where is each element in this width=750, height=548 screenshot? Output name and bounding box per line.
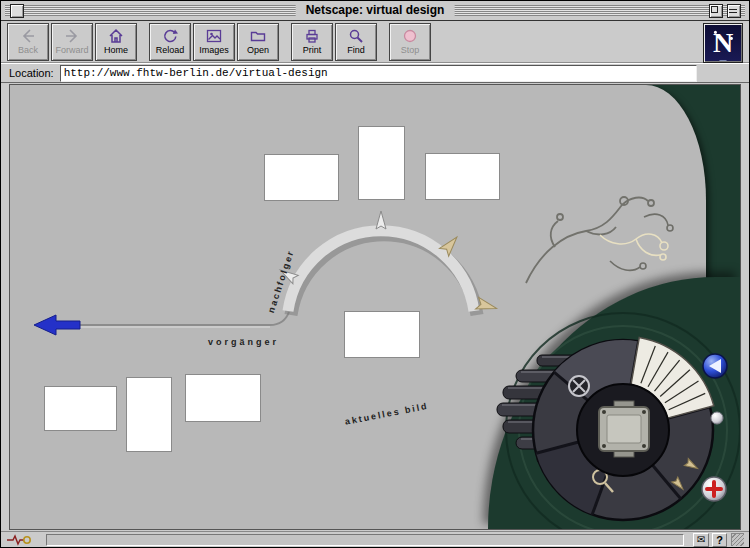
netscape-logo-letter: N	[713, 29, 733, 57]
close-box-icon[interactable]	[10, 4, 24, 18]
zoom-box-icon[interactable]	[709, 4, 723, 18]
window-title: Netscape: virtual design	[296, 3, 455, 18]
magnifier-icon	[348, 28, 364, 44]
stop-button[interactable]: Stop	[389, 23, 431, 61]
netscape-window: Netscape: virtual design Back Forward Ho…	[0, 0, 750, 548]
toolbar: Back Forward Home Reload Images Open Pri…	[1, 21, 749, 63]
location-bar: Location:	[1, 63, 749, 83]
status-bar: ✉ ?	[1, 531, 749, 547]
images-button[interactable]: Images	[193, 23, 235, 61]
navigation-dial	[497, 313, 740, 530]
label-vorgaenger: vorgänger	[208, 337, 279, 347]
location-input[interactable]	[60, 65, 697, 82]
back-arrow-icon	[20, 28, 36, 44]
dial-close-icon[interactable]	[569, 376, 589, 396]
printer-icon	[304, 28, 320, 44]
titlebar[interactable]: Netscape: virtual design	[1, 1, 749, 21]
image-placeholder[interactable]	[44, 386, 117, 431]
reload-button[interactable]: Reload	[149, 23, 191, 61]
image-placeholder[interactable]	[126, 377, 172, 452]
print-button[interactable]: Print	[291, 23, 333, 61]
open-button[interactable]: Open	[237, 23, 279, 61]
collapse-box-icon[interactable]	[727, 4, 741, 18]
forward-arrow-icon	[64, 28, 80, 44]
back-button[interactable]: Back	[7, 23, 49, 61]
security-key-icon	[6, 534, 40, 546]
image-placeholder[interactable]	[264, 154, 339, 201]
open-folder-icon	[250, 28, 266, 44]
browser-content: nachfolger vorgänger aktuelles bild	[9, 84, 741, 530]
image-placeholder[interactable]	[425, 153, 500, 200]
back-sphere-button[interactable]	[703, 354, 727, 378]
home-icon	[108, 28, 124, 44]
image-placeholder[interactable]	[358, 126, 405, 200]
forward-button[interactable]: Forward	[51, 23, 93, 61]
netscape-logo[interactable]: N	[703, 23, 743, 63]
find-button[interactable]: Find	[335, 23, 377, 61]
arc-arrow-up[interactable]	[376, 211, 386, 229]
image-placeholder-current[interactable]	[344, 311, 420, 358]
resize-grip[interactable]	[731, 533, 744, 546]
home-button[interactable]: Home	[95, 23, 137, 61]
location-label: Location:	[9, 67, 54, 79]
status-progress-area	[46, 534, 684, 546]
current-image-frame[interactable]	[599, 401, 649, 457]
pearl-button[interactable]	[711, 412, 723, 424]
help-icon[interactable]: ?	[712, 533, 727, 547]
images-icon	[206, 28, 222, 44]
stop-icon	[402, 28, 418, 44]
reload-icon	[162, 28, 178, 44]
previous-page-arrow[interactable]	[34, 315, 80, 335]
mail-icon[interactable]: ✉	[693, 533, 709, 547]
history-line	[80, 312, 289, 325]
branch-ornament	[526, 197, 673, 283]
add-sphere-button[interactable]	[702, 477, 726, 501]
image-placeholder[interactable]	[185, 374, 261, 422]
